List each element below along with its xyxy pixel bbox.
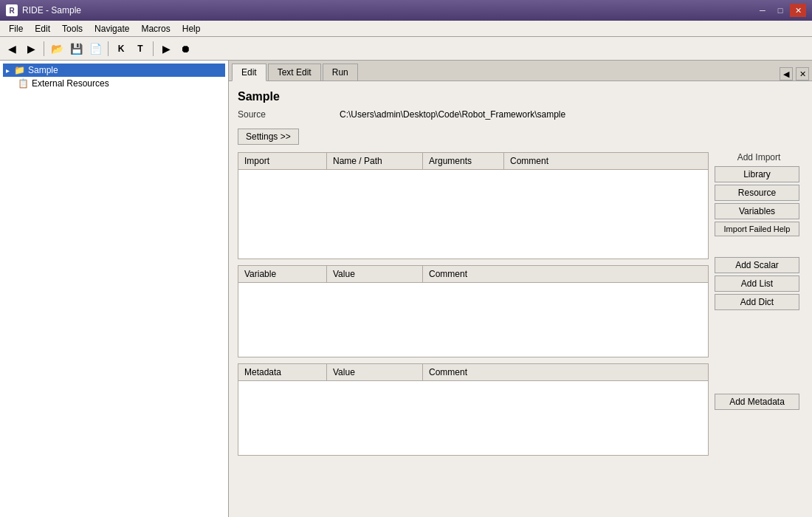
name-path-col-header: Name / Path: [327, 153, 423, 169]
toolbar-separator-2: [108, 41, 109, 56]
comment-col-header: Comment: [504, 153, 708, 169]
window-controls: ─ □ ✕: [754, 4, 806, 17]
folder-icon: 📁: [14, 65, 25, 75]
back-button[interactable]: ◀: [3, 40, 21, 58]
sidebar: ▸ 📁 Sample 📋 External Resources: [0, 61, 229, 517]
play-button[interactable]: ▶: [157, 40, 175, 58]
variable-header-row: Variable Value Comment: [238, 266, 708, 283]
main-layout: ▸ 📁 Sample 📋 External Resources Edit Tex…: [0, 61, 812, 517]
buttons-col: Add Import Library Resource Variables Im…: [715, 152, 803, 456]
tab-edit[interactable]: Edit: [232, 64, 266, 81]
var-comment-col-header: Comment: [423, 266, 708, 282]
stop-button[interactable]: ⏺: [176, 40, 194, 58]
tab-prev-button[interactable]: ◀: [780, 67, 793, 81]
source-label: Source: [238, 109, 266, 120]
add-import-group: Add Import Library Resource Variables Im…: [715, 152, 803, 236]
minimize-button[interactable]: ─: [754, 4, 771, 17]
add-import-label: Add Import: [715, 152, 803, 162]
app-icon: R: [6, 4, 18, 16]
menu-navigate[interactable]: Navigate: [89, 22, 135, 35]
add-metadata-button[interactable]: Add Metadata: [715, 394, 799, 410]
metadata-col-header: Metadata: [238, 364, 327, 380]
variable-col-header: Variable: [238, 266, 327, 282]
variable-section: Variable Value Comment: [238, 265, 709, 357]
menu-tools[interactable]: Tools: [56, 22, 89, 35]
metadata-header-row: Metadata Value Comment: [238, 364, 708, 381]
meta-value-col-header: Value: [327, 364, 423, 380]
menu-bar: File Edit Tools Navigate Macros Help: [0, 21, 812, 37]
menu-macros[interactable]: Macros: [135, 22, 176, 35]
edit-panel: Sample Source C:\Users\admin\Desktop\Cod…: [229, 81, 812, 517]
sidebar-item-external-resources[interactable]: 📋 External Resources: [3, 77, 225, 90]
toolbar-separator-3: [153, 41, 154, 56]
metadata-buttons-group: Add Metadata: [715, 394, 803, 410]
panel-title: Sample: [238, 90, 803, 103]
sidebar-item-label: Sample: [28, 65, 58, 75]
arguments-col-header: Arguments: [423, 153, 504, 169]
title-bar: R RIDE - Sample ─ □ ✕: [0, 0, 812, 21]
k-button[interactable]: K: [112, 40, 130, 58]
resource-icon: 📋: [18, 78, 29, 89]
content-area: Edit Text Edit Run ◀ ✕ Sample Source C:\…: [229, 61, 812, 517]
add-list-button[interactable]: Add List: [715, 275, 799, 292]
import-failed-help-button[interactable]: Import Failed Help: [715, 222, 799, 236]
tab-text-edit[interactable]: Text Edit: [268, 64, 321, 81]
variables-button[interactable]: Variables: [715, 203, 799, 219]
add-dict-button[interactable]: Add Dict: [715, 294, 799, 310]
variable-buttons-group: Add Scalar Add List Add Dict: [715, 257, 803, 310]
source-path: C:\Users\admin\Desktop\Code\Robot_Framew…: [340, 109, 565, 120]
variable-section-body: [238, 283, 708, 357]
sidebar-item-sample[interactable]: ▸ 📁 Sample: [3, 64, 225, 77]
settings-button[interactable]: Settings >>: [238, 129, 299, 145]
window-title: RIDE - Sample: [22, 5, 81, 16]
toolbar-separator-1: [44, 41, 44, 56]
import-section-body: [238, 170, 708, 258]
maximize-button[interactable]: □: [772, 4, 788, 17]
t-button[interactable]: T: [131, 40, 149, 58]
tab-nav: ◀ ✕: [780, 67, 809, 81]
import-section: Import Name / Path Arguments Comment: [238, 152, 709, 259]
new-suite-button[interactable]: 📄: [86, 40, 104, 58]
close-button[interactable]: ✕: [790, 4, 806, 17]
value-col-header: Value: [327, 266, 423, 282]
sidebar-item-external-label: External Resources: [32, 78, 109, 89]
toolbar: ◀ ▶ 📂 💾 📄 K T ▶ ⏺: [0, 37, 812, 61]
metadata-section-body: [238, 381, 708, 455]
import-col-header: Import: [238, 153, 327, 169]
tab-bar: Edit Text Edit Run ◀ ✕: [229, 61, 812, 81]
menu-edit[interactable]: Edit: [29, 22, 56, 35]
source-row: Source C:\Users\admin\Desktop\Code\Robot…: [238, 109, 803, 120]
forward-button[interactable]: ▶: [22, 40, 40, 58]
import-header-row: Import Name / Path Arguments Comment: [238, 153, 708, 170]
tab-next-button[interactable]: ✕: [796, 67, 809, 81]
tab-run[interactable]: Run: [323, 64, 358, 81]
library-button[interactable]: Library: [715, 166, 799, 182]
open-folder-button[interactable]: 📂: [48, 40, 66, 58]
meta-comment-col-header: Comment: [423, 364, 708, 380]
add-scalar-button[interactable]: Add Scalar: [715, 257, 799, 273]
metadata-section: Metadata Value Comment: [238, 363, 709, 456]
menu-file[interactable]: File: [3, 22, 29, 35]
sections-col: Import Name / Path Arguments Comment Var…: [238, 152, 709, 456]
sections-and-buttons: Import Name / Path Arguments Comment Var…: [238, 152, 803, 456]
expand-icon: ▸: [6, 66, 10, 75]
menu-help[interactable]: Help: [176, 22, 207, 35]
save-button[interactable]: 💾: [67, 40, 85, 58]
resource-button[interactable]: Resource: [715, 185, 799, 201]
